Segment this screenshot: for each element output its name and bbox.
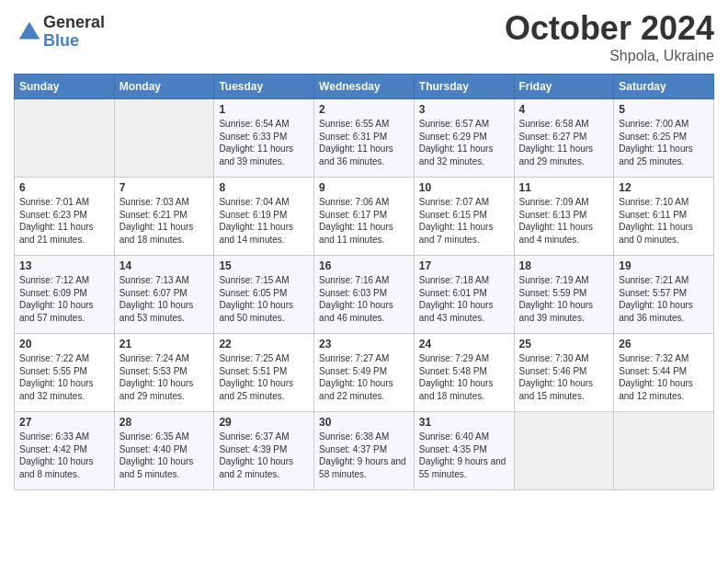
day-number: 22 <box>219 338 309 350</box>
day-info: Sunrise: 6:35 AM Sunset: 4:40 PM Dayligh… <box>119 431 210 480</box>
calendar-week-5: 27Sunrise: 6:33 AM Sunset: 4:42 PM Dayli… <box>15 412 714 490</box>
day-info: Sunrise: 7:07 AM Sunset: 6:15 PM Dayligh… <box>419 196 509 246</box>
day-number: 5 <box>619 103 709 116</box>
calendar-cell: 6Sunrise: 7:01 AM Sunset: 6:23 PM Daylig… <box>15 178 115 256</box>
day-number: 23 <box>319 338 409 350</box>
calendar-cell: 2Sunrise: 6:55 AM Sunset: 6:31 PM Daylig… <box>314 99 415 178</box>
day-info: Sunrise: 7:24 AM Sunset: 5:53 PM Dayligh… <box>119 352 210 402</box>
day-number: 16 <box>319 259 409 272</box>
day-info: Sunrise: 6:55 AM Sunset: 6:31 PM Dayligh… <box>319 118 409 167</box>
day-number: 30 <box>319 416 409 429</box>
calendar-cell: 19Sunrise: 7:21 AM Sunset: 5:57 PM Dayli… <box>614 256 714 334</box>
day-info: Sunrise: 7:09 AM Sunset: 6:13 PM Dayligh… <box>519 196 609 246</box>
calendar-cell: 15Sunrise: 7:15 AM Sunset: 6:05 PM Dayli… <box>214 256 314 334</box>
day-number: 9 <box>319 181 409 194</box>
calendar-cell: 21Sunrise: 7:24 AM Sunset: 5:53 PM Dayli… <box>114 334 214 412</box>
calendar-cell: 29Sunrise: 6:37 AM Sunset: 4:39 PM Dayli… <box>214 412 314 490</box>
logo-icon <box>16 18 43 46</box>
day-number: 7 <box>119 181 210 194</box>
day-number: 31 <box>419 416 509 429</box>
day-info: Sunrise: 7:06 AM Sunset: 6:17 PM Dayligh… <box>319 196 409 246</box>
day-info: Sunrise: 7:15 AM Sunset: 6:05 PM Dayligh… <box>219 274 309 324</box>
day-info: Sunrise: 7:04 AM Sunset: 6:19 PM Dayligh… <box>219 196 309 246</box>
day-info: Sunrise: 6:54 AM Sunset: 6:33 PM Dayligh… <box>219 118 309 167</box>
day-number: 14 <box>119 259 210 272</box>
day-info: Sunrise: 7:00 AM Sunset: 6:25 PM Dayligh… <box>619 118 709 167</box>
day-info: Sunrise: 7:19 AM Sunset: 5:59 PM Dayligh… <box>519 274 609 324</box>
day-number: 1 <box>219 103 309 116</box>
day-header-saturday: Saturday <box>614 75 714 99</box>
day-info: Sunrise: 6:37 AM Sunset: 4:39 PM Dayligh… <box>219 431 309 480</box>
day-number: 29 <box>219 416 309 429</box>
day-info: Sunrise: 7:12 AM Sunset: 6:09 PM Dayligh… <box>19 274 109 324</box>
day-header-tuesday: Tuesday <box>214 75 314 99</box>
day-number: 19 <box>619 259 709 272</box>
day-header-sunday: Sunday <box>15 75 115 99</box>
day-info: Sunrise: 7:03 AM Sunset: 6:21 PM Dayligh… <box>119 196 210 246</box>
day-number: 27 <box>19 416 109 429</box>
month-title: October 2024 <box>505 9 714 48</box>
calendar-cell: 31Sunrise: 6:40 AM Sunset: 4:35 PM Dayli… <box>414 412 514 490</box>
calendar-cell: 28Sunrise: 6:35 AM Sunset: 4:40 PM Dayli… <box>114 412 214 490</box>
day-number: 3 <box>419 103 509 116</box>
logo-general: General <box>43 14 105 32</box>
day-info: Sunrise: 7:13 AM Sunset: 6:07 PM Dayligh… <box>119 274 210 324</box>
day-info: Sunrise: 7:01 AM Sunset: 6:23 PM Dayligh… <box>19 196 109 246</box>
logo-blue: Blue <box>43 32 105 51</box>
day-info: Sunrise: 6:38 AM Sunset: 4:37 PM Dayligh… <box>319 431 409 480</box>
day-header-thursday: Thursday <box>414 75 514 99</box>
calendar-cell <box>15 99 115 178</box>
calendar-cell: 27Sunrise: 6:33 AM Sunset: 4:42 PM Dayli… <box>15 412 115 490</box>
day-header-monday: Monday <box>114 75 214 99</box>
day-number: 2 <box>319 103 409 116</box>
svg-marker-0 <box>19 22 40 40</box>
calendar-cell <box>114 99 214 178</box>
calendar-cell: 20Sunrise: 7:22 AM Sunset: 5:55 PM Dayli… <box>15 334 115 412</box>
calendar-week-4: 20Sunrise: 7:22 AM Sunset: 5:55 PM Dayli… <box>15 334 714 412</box>
day-number: 8 <box>219 181 309 194</box>
day-info: Sunrise: 7:10 AM Sunset: 6:11 PM Dayligh… <box>619 196 709 246</box>
day-number: 24 <box>419 338 509 350</box>
day-number: 6 <box>19 181 109 194</box>
day-number: 18 <box>519 259 609 272</box>
day-info: Sunrise: 7:18 AM Sunset: 6:01 PM Dayligh… <box>419 274 509 324</box>
title-section: October 2024 Shpola, Ukraine <box>505 9 714 64</box>
day-number: 4 <box>519 103 609 116</box>
calendar-cell: 9Sunrise: 7:06 AM Sunset: 6:17 PM Daylig… <box>314 178 415 256</box>
day-number: 13 <box>19 259 109 272</box>
day-info: Sunrise: 6:40 AM Sunset: 4:35 PM Dayligh… <box>419 431 509 480</box>
calendar-cell: 30Sunrise: 6:38 AM Sunset: 4:37 PM Dayli… <box>314 412 415 490</box>
calendar-cell: 23Sunrise: 7:27 AM Sunset: 5:49 PM Dayli… <box>314 334 415 412</box>
calendar-cell: 7Sunrise: 7:03 AM Sunset: 6:21 PM Daylig… <box>114 178 214 256</box>
page-header: General Blue October 2024 Shpola, Ukrain… <box>14 9 714 64</box>
calendar-table: SundayMondayTuesdayWednesdayThursdayFrid… <box>14 74 714 490</box>
calendar-cell: 1Sunrise: 6:54 AM Sunset: 6:33 PM Daylig… <box>214 99 314 178</box>
calendar-cell: 17Sunrise: 7:18 AM Sunset: 6:01 PM Dayli… <box>414 256 514 334</box>
day-info: Sunrise: 7:16 AM Sunset: 6:03 PM Dayligh… <box>319 274 409 324</box>
calendar-cell: 8Sunrise: 7:04 AM Sunset: 6:19 PM Daylig… <box>214 178 314 256</box>
day-number: 25 <box>519 338 609 350</box>
day-number: 26 <box>619 338 709 350</box>
calendar-cell: 13Sunrise: 7:12 AM Sunset: 6:09 PM Dayli… <box>15 256 115 334</box>
day-number: 12 <box>619 181 709 194</box>
calendar-cell: 16Sunrise: 7:16 AM Sunset: 6:03 PM Dayli… <box>314 256 415 334</box>
day-number: 10 <box>419 181 509 194</box>
day-info: Sunrise: 6:33 AM Sunset: 4:42 PM Dayligh… <box>19 431 109 480</box>
calendar-cell: 25Sunrise: 7:30 AM Sunset: 5:46 PM Dayli… <box>514 334 614 412</box>
location-subtitle: Shpola, Ukraine <box>505 48 714 64</box>
calendar-week-1: 1Sunrise: 6:54 AM Sunset: 6:33 PM Daylig… <box>15 99 714 178</box>
calendar-cell: 10Sunrise: 7:07 AM Sunset: 6:15 PM Dayli… <box>414 178 514 256</box>
calendar-cell: 4Sunrise: 6:58 AM Sunset: 6:27 PM Daylig… <box>514 99 614 178</box>
day-number: 20 <box>19 338 109 350</box>
calendar-cell: 22Sunrise: 7:25 AM Sunset: 5:51 PM Dayli… <box>214 334 314 412</box>
calendar-cell: 11Sunrise: 7:09 AM Sunset: 6:13 PM Dayli… <box>514 178 614 256</box>
day-info: Sunrise: 7:30 AM Sunset: 5:46 PM Dayligh… <box>519 352 609 402</box>
day-info: Sunrise: 7:22 AM Sunset: 5:55 PM Dayligh… <box>19 352 109 402</box>
calendar-cell: 12Sunrise: 7:10 AM Sunset: 6:11 PM Dayli… <box>614 178 714 256</box>
day-number: 28 <box>119 416 210 429</box>
day-header-friday: Friday <box>514 75 614 99</box>
calendar-cell: 18Sunrise: 7:19 AM Sunset: 5:59 PM Dayli… <box>514 256 614 334</box>
calendar-cell: 26Sunrise: 7:32 AM Sunset: 5:44 PM Dayli… <box>614 334 714 412</box>
day-number: 17 <box>419 259 509 272</box>
calendar-header-row: SundayMondayTuesdayWednesdayThursdayFrid… <box>15 75 714 99</box>
